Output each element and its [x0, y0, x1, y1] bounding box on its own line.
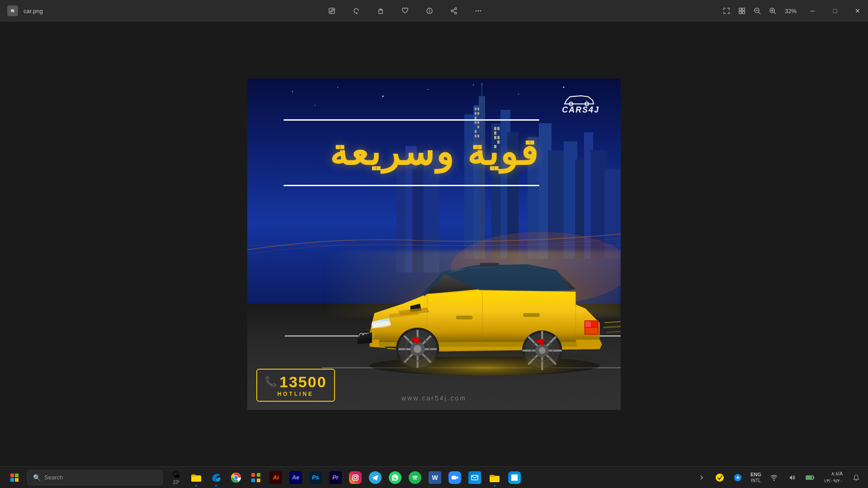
more-button[interactable]	[472, 5, 485, 17]
search-bar[interactable]: 🔍 Search	[27, 470, 163, 485]
taskbar-premiere[interactable]: Pr	[326, 467, 345, 488]
taskbar-photoshop[interactable]: Ps	[306, 467, 326, 488]
svg-point-14	[477, 10, 479, 12]
svg-rect-132	[472, 475, 478, 480]
telegram-icon	[369, 471, 382, 484]
zoom-in-button[interactable]	[766, 5, 779, 17]
taskbar-word[interactable]: W	[425, 467, 445, 488]
close-button[interactable]: ✕	[847, 0, 868, 22]
arabic-text: قوية وسريعة	[274, 128, 539, 177]
spotify-icon	[409, 471, 421, 484]
svg-rect-18	[739, 11, 741, 14]
fit-button[interactable]	[720, 5, 733, 17]
battery-icon[interactable]	[802, 467, 818, 488]
windows-logo-icon	[10, 474, 19, 482]
taskbar-right: ENG INTL	[693, 467, 868, 488]
word-icon: W	[429, 471, 441, 484]
annotate-button[interactable]	[325, 5, 339, 17]
rotate-button[interactable]	[349, 5, 363, 17]
taskbar-zoom[interactable]	[445, 467, 465, 488]
svg-point-140	[716, 474, 724, 482]
svg-rect-60	[477, 112, 479, 114]
instagram-icon	[349, 471, 362, 484]
lang-line2: INTL	[750, 478, 761, 483]
share-button[interactable]	[447, 5, 461, 17]
volume-icon[interactable]	[784, 467, 800, 488]
svg-line-82	[604, 320, 621, 323]
system-time: ۸:۸/A	[824, 470, 843, 477]
aftereffects-icon: Ae	[289, 471, 302, 484]
taskbar-mail[interactable]	[465, 467, 485, 488]
norton-icon[interactable]	[712, 467, 728, 488]
start-icon-block-4	[15, 478, 19, 482]
network-icon[interactable]	[766, 467, 782, 488]
svg-rect-131	[452, 476, 456, 479]
mail-icon	[468, 471, 481, 484]
svg-rect-127	[257, 479, 260, 482]
taskbar-spotify[interactable]	[405, 467, 425, 488]
maximize-button[interactable]: □	[825, 0, 845, 22]
svg-point-2	[11, 10, 12, 11]
svg-rect-95	[592, 321, 598, 327]
view-mode-button[interactable]	[735, 5, 749, 17]
language-indicator[interactable]: ENG INTL	[748, 471, 764, 483]
svg-rect-92	[523, 313, 539, 317]
taskbar-files[interactable]	[485, 467, 505, 488]
tray-overflow-button[interactable]	[693, 467, 710, 488]
svg-rect-4	[379, 10, 382, 14]
taskbar-store[interactable]	[246, 467, 266, 488]
zoom-level: 32%	[781, 8, 800, 14]
hotline-label: HOTLINE	[264, 391, 327, 397]
logo-area: CARS4J	[557, 88, 612, 115]
svg-rect-138	[511, 478, 514, 481]
taskbar-explorer[interactable]	[186, 467, 206, 488]
taskbar-telegram[interactable]	[365, 467, 385, 488]
system-clock[interactable]: ۸:۸/A ۱۳/۰۹/۲۰	[820, 470, 846, 484]
delete-button[interactable]	[374, 5, 387, 17]
svg-rect-126	[251, 479, 255, 482]
svg-rect-17	[742, 8, 745, 10]
premiere-icon: Pr	[329, 471, 342, 484]
svg-rect-16	[739, 8, 741, 10]
taskbar-whatsapp[interactable]	[385, 467, 405, 488]
svg-rect-145	[807, 476, 812, 479]
taskbar-chrome[interactable]	[226, 467, 246, 488]
svg-point-28	[292, 91, 293, 92]
svg-point-10	[451, 10, 453, 12]
svg-rect-139	[514, 478, 518, 481]
start-button[interactable]	[4, 467, 25, 488]
tray-icon-2[interactable]	[730, 467, 746, 488]
svg-line-84	[603, 325, 621, 328]
favorite-button[interactable]	[398, 5, 412, 17]
taskbar-aftereffects[interactable]: Ae	[286, 467, 306, 488]
file-title: car.png	[24, 8, 43, 14]
svg-text:CARS4J: CARS4J	[562, 105, 599, 114]
taskbar-instagram[interactable]	[345, 467, 365, 488]
store-icon	[250, 471, 262, 484]
svg-rect-136	[511, 474, 514, 478]
files-dot	[494, 485, 495, 487]
taskbar-weather[interactable]: 🌤 23°	[166, 467, 186, 488]
taskbar-illustrator[interactable]: Ai	[266, 467, 286, 488]
start-icon-block-1	[10, 474, 14, 477]
arabic-headline: قوية وسريعة	[274, 119, 539, 186]
system-date: ۱۳/۰۹/۲۰	[824, 478, 843, 484]
phone-icon: 📞	[264, 376, 277, 388]
svg-point-117	[350, 337, 619, 375]
info-button[interactable]	[423, 5, 436, 17]
svg-line-12	[453, 11, 455, 13]
minimize-button[interactable]: ─	[802, 0, 823, 22]
notification-button[interactable]	[848, 467, 864, 488]
svg-line-83	[607, 330, 621, 332]
taskbar-edge[interactable]	[206, 467, 226, 488]
zoom-out-button[interactable]	[750, 5, 764, 17]
car-image	[341, 204, 621, 403]
svg-line-11	[453, 9, 455, 10]
svg-point-8	[455, 8, 457, 9]
taskbar-extra-app[interactable]	[505, 467, 524, 488]
titlebar-right: 32% ─ □ ✕	[720, 0, 868, 22]
svg-point-34	[518, 93, 519, 94]
svg-point-7	[429, 9, 430, 10]
hotline-box: 📞 13500 HOTLINE	[256, 369, 335, 402]
svg-rect-135	[490, 475, 495, 477]
